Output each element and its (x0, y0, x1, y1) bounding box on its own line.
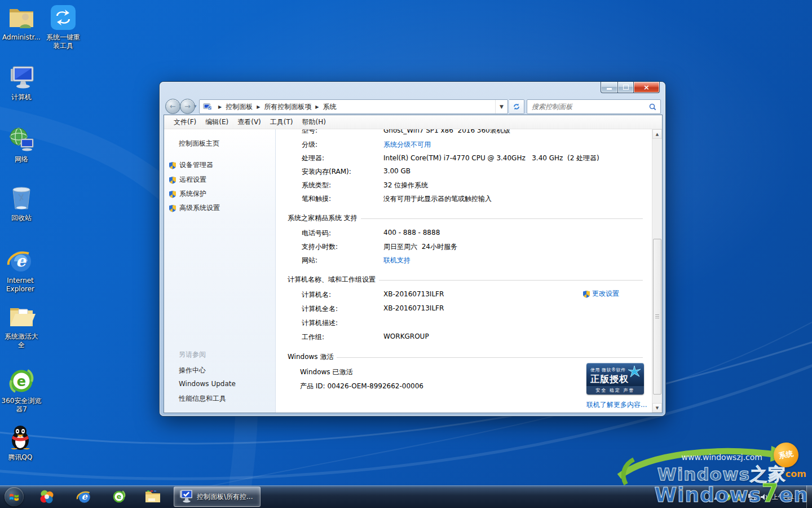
processor-value: Intel(R) Core(TM) i7-4770 CPU @ 3.40GHz … (383, 154, 599, 163)
show-desktop-button[interactable] (806, 485, 812, 508)
genuine-star-icon (627, 365, 642, 379)
sidebar-item-advanced-settings[interactable]: 高级系统设置 (169, 203, 220, 213)
watermark-com: com (785, 468, 806, 479)
section-windows-activation: Windows 激活 (288, 352, 643, 362)
row-label: 型号: (302, 129, 317, 135)
breadcrumb-arrow-icon: ▶ (311, 104, 323, 110)
menu-edit[interactable]: 编辑(E) (201, 116, 233, 129)
online-support-link[interactable]: 联机支持 (383, 256, 411, 265)
sidebar-item-device-manager[interactable]: 设备管理器 (169, 160, 213, 170)
scroll-down-icon[interactable]: ▼ (652, 403, 662, 413)
reinstall-tool-icon (49, 3, 77, 32)
sidebar-item-remote-settings[interactable]: 远程设置 (169, 175, 206, 185)
recycle-bin-icon (7, 184, 36, 212)
ram-value: 3.00 GB (383, 167, 411, 175)
tray-clock[interactable]: 上午 11:11 (772, 493, 804, 501)
refresh-button[interactable] (509, 99, 524, 114)
start-button[interactable] (5, 487, 24, 506)
desktop-icon-computer[interactable]: 计算机 (0, 63, 46, 102)
section-computer-name: 计算机名称、域和工作组设置 (288, 275, 643, 284)
icon-label: 计算机 (0, 93, 46, 102)
badge-main-text: 正版授权 (590, 374, 629, 386)
sidebar: 控制面板主页 设备管理器 远程设置 系统保护 高级系统设置 另请参阅 (164, 129, 276, 413)
learn-more-online-link[interactable]: 联机了解更多内容... (586, 400, 647, 410)
icon-label: 360安全浏览 器7 (0, 397, 46, 414)
scroll-up-icon[interactable]: ▲ (652, 129, 662, 139)
change-settings-link[interactable]: 更改设置 (582, 289, 619, 299)
desktop-icon-tencent-qq[interactable]: 腾讯QQ (0, 423, 45, 462)
section-title: Windows 激活 (288, 352, 333, 362)
genuine-microsoft-badge[interactable]: 使用 微软®软件 正版授权 安全 稳定 声誉 (586, 363, 644, 395)
minimize-button[interactable] (601, 82, 618, 93)
search-box (527, 99, 661, 114)
search-input[interactable] (527, 103, 649, 111)
desktop-icon-network[interactable]: 网络 (0, 125, 46, 164)
back-button[interactable]: ← (165, 99, 180, 114)
icon-label: 网络 (0, 155, 46, 164)
desktop-icon-360-browser[interactable]: e 360安全浏览 器7 (0, 367, 46, 414)
sidebar-item-windows-update[interactable]: Windows Update (179, 380, 236, 388)
maximize-button[interactable] (618, 82, 633, 93)
colorful-pinwheel-icon (39, 489, 55, 505)
active-task-button[interactable]: 控制面板\所有控... (174, 487, 261, 507)
section-support: 系统之家精品系统 支持 (288, 213, 643, 223)
phone-value: 400 - 888 - 8888 (383, 229, 440, 237)
icon-label: 系统一键重 装工具 (39, 33, 87, 50)
forward-button[interactable]: → (180, 99, 195, 114)
row-label: 安装内存(RAM): (302, 167, 351, 177)
desktop-icon-internet-explorer[interactable]: e Internet Explorer (0, 247, 45, 294)
sidebar-item-control-panel-home[interactable]: 控制面板主页 (179, 139, 219, 148)
menu-bar: 文件(F) 编辑(E) 查看(V) 工具(T) 帮助(H) (164, 115, 662, 129)
menu-tools[interactable]: 工具(T) (266, 116, 298, 129)
watermark-badge: 系统 (771, 440, 801, 470)
menu-view[interactable]: 查看(V) (233, 116, 266, 129)
refresh-icon (513, 103, 520, 111)
close-button[interactable]: × (633, 82, 660, 93)
tray-volume-icon[interactable] (760, 493, 768, 501)
breadcrumb-all-items[interactable]: 所有控制面板项 (264, 102, 311, 112)
control-panel-task-icon (179, 490, 193, 503)
360-browser-icon: e (7, 367, 36, 395)
360-browser-pinned-icon[interactable]: e (109, 487, 129, 506)
network-icon (7, 125, 36, 154)
icon-label: Internet Explorer (0, 277, 45, 294)
address-dropdown-icon[interactable]: ▼ (495, 100, 508, 113)
search-icon[interactable] (649, 103, 656, 111)
rating-unavailable-link[interactable]: 系统分级不可用 (383, 140, 431, 150)
tray-network-icon[interactable] (748, 493, 756, 501)
scrollbar-thumb[interactable] (653, 239, 661, 395)
tray-security-shield-icon[interactable] (735, 493, 744, 501)
sidebar-item-label: 设备管理器 (179, 160, 213, 170)
sidebar-item-system-protection[interactable]: 系统保护 (169, 189, 206, 199)
hidden-icons-chevron-icon[interactable]: ▲ (714, 493, 718, 501)
desktop-icon-recycle-bin[interactable]: 回收站 (0, 184, 46, 222)
back-icon: ← (170, 102, 176, 111)
explorer-pinned-icon[interactable] (143, 487, 162, 506)
system-page-icon (203, 103, 212, 111)
tray-360-icon[interactable] (723, 493, 731, 501)
computer-name-value: XB-20160713ILFR (383, 290, 444, 298)
desktop-icon-activation-collection[interactable]: 系统激活大 全 (0, 303, 46, 349)
uac-shield-icon (169, 176, 176, 184)
sidebar-item-action-center[interactable]: 操作中心 (179, 366, 206, 375)
address-bar[interactable]: ▶ 控制面板 ▶ 所有控制面板项 ▶ 系统 ▼ (199, 99, 508, 114)
breadcrumb-system[interactable]: 系统 (323, 102, 336, 112)
menu-file[interactable]: 文件(F) (169, 116, 201, 129)
section-title: 系统之家精品系统 支持 (288, 213, 358, 223)
system-type-value: 32 位操作系统 (383, 181, 428, 190)
sidebar-item-label: 远程设置 (179, 175, 206, 185)
uac-shield-icon (169, 190, 176, 198)
recent-pages-chevron-icon[interactable]: ▾ (194, 103, 197, 109)
desktop-icon-reinstall-tool[interactable]: 系统一键重 装工具 (39, 3, 87, 50)
row-label: 系统类型: (302, 181, 331, 190)
row-label: 笔和触摸: (302, 194, 331, 204)
breadcrumb-control-panel[interactable]: 控制面板 (226, 102, 253, 112)
360-safety-pinned-icon[interactable] (37, 487, 56, 506)
menu-help[interactable]: 帮助(H) (298, 116, 330, 129)
sidebar-item-performance-tools[interactable]: 性能信息和工具 (179, 394, 226, 404)
internet-explorer-pinned-icon[interactable]: e (74, 487, 94, 506)
vertical-scrollbar[interactable]: ▲ ▼ (652, 129, 662, 413)
row-label: 分级: (302, 140, 317, 150)
computer-fullname-value: XB-20160713ILFR (383, 304, 444, 312)
badge-bottom-text: 安全 稳定 声誉 (586, 386, 644, 395)
